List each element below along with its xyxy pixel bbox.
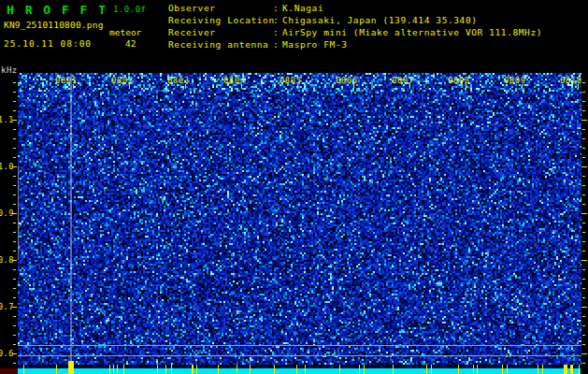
detection-mark <box>117 365 118 374</box>
freq-minor-tick-left <box>13 185 16 186</box>
detection-mark <box>237 365 237 374</box>
detection-mark <box>477 365 478 374</box>
freq-minor-tick-right <box>582 148 585 149</box>
corner-block <box>0 368 18 374</box>
freq-major-tick-left <box>12 120 17 121</box>
info-row-location: Receiving Location:Chigasaki, Japan (139… <box>168 15 478 25</box>
freq-minor-tick-left <box>13 279 16 280</box>
freq-major-tick-left <box>12 213 17 214</box>
detection-mark <box>56 365 57 374</box>
freq-major-tick-left <box>12 307 17 308</box>
info-row-antenna: Receiving antenna:Maspro FM-3 <box>168 39 348 50</box>
detection-mark <box>359 365 360 374</box>
detection-mark <box>274 365 275 374</box>
detection-timeline-bar <box>18 368 581 374</box>
freq-minor-tick-left <box>13 269 16 270</box>
time-tick-0807 <box>409 84 410 89</box>
time-label-0808: 0808 <box>444 76 474 85</box>
detection-mark <box>431 365 432 374</box>
freq-minor-tick-right <box>582 251 585 252</box>
freq-label-0.9: 0.9 <box>0 209 12 218</box>
output-filename: KN9_2510110800.png <box>4 20 104 30</box>
long-echo-streak <box>70 74 72 368</box>
freq-minor-tick-left <box>13 204 16 205</box>
time-label-0809: 0809 <box>500 76 530 85</box>
freq-major-tick-left <box>12 353 17 354</box>
freq-minor-tick-right <box>582 335 585 336</box>
detection-mark <box>250 365 251 374</box>
detection-mark <box>542 365 543 374</box>
time-tick-0805 <box>297 84 298 89</box>
freq-minor-tick-left <box>13 297 16 298</box>
detection-mark <box>123 365 124 374</box>
freq-minor-tick-right <box>582 241 585 242</box>
detection-mark <box>570 365 573 374</box>
info-row-receiver: Receiver:AirSpy mini (Miake alternative … <box>168 27 542 37</box>
band-marker-line <box>18 345 581 346</box>
freq-minor-tick-left <box>13 363 16 364</box>
freq-minor-tick-left <box>13 138 16 139</box>
detection-mark <box>426 365 427 374</box>
detection-mark <box>579 365 580 374</box>
freq-minor-tick-right <box>582 157 585 158</box>
info-label: Receiving antenna <box>168 39 273 50</box>
freq-minor-tick-right <box>582 288 585 289</box>
time-tick-0802 <box>129 84 130 89</box>
freq-minor-tick-left <box>13 325 16 326</box>
detection-mark <box>109 365 110 374</box>
freq-minor-tick-right <box>582 101 585 102</box>
detection-mark <box>196 365 197 374</box>
freq-minor-tick-left <box>13 129 16 130</box>
info-separator: : <box>273 27 282 37</box>
freq-minor-tick-right <box>582 325 585 326</box>
info-value: Maspro FM-3 <box>282 39 348 50</box>
freq-minor-tick-right <box>582 110 585 111</box>
time-label-0805: 0805 <box>276 76 306 85</box>
detection-mark <box>23 365 24 374</box>
time-label-0806: 0806 <box>332 76 362 85</box>
freq-minor-tick-left <box>13 232 16 233</box>
freq-minor-tick-right <box>582 279 585 280</box>
left-edge-signal-line <box>18 166 19 260</box>
freq-minor-tick-left <box>13 344 16 345</box>
time-tick-0804 <box>241 84 242 89</box>
time-label-0802: 0802 <box>108 76 137 85</box>
freq-label-0.8: 0.8 <box>0 255 12 265</box>
detection-mark <box>339 365 340 374</box>
freq-label-1.0: 1.0 <box>0 162 12 171</box>
freq-label-0.7: 0.7 <box>0 302 12 311</box>
app-version: 1.0.0f <box>113 5 147 14</box>
freq-minor-tick-left <box>13 148 16 149</box>
app-title: H R O F F T <box>7 3 108 17</box>
meteor-count-value: 42 <box>125 38 136 49</box>
freq-label-1.1: 1.1 <box>0 115 12 124</box>
time-label-0801: 0801 <box>51 76 81 85</box>
freq-minor-tick-left <box>13 194 16 195</box>
freq-minor-tick-right <box>582 316 585 317</box>
detection-mark <box>113 365 114 374</box>
hrofft-screen: H R O F F T 1.0.0f KN9_2510110800.png me… <box>0 0 588 374</box>
freq-minor-tick-left <box>13 110 16 111</box>
freq-minor-tick-right <box>582 297 585 298</box>
detection-mark <box>165 365 166 374</box>
freq-minor-tick-left <box>13 335 16 336</box>
freq-minor-tick-left <box>13 92 16 93</box>
detection-mark <box>192 365 194 374</box>
time-tick-0803 <box>185 84 186 89</box>
time-tick-0806 <box>353 84 354 89</box>
time-tick-0810 <box>578 84 579 89</box>
freq-axis-unit-label: kHz <box>1 65 18 75</box>
freq-minor-tick-right <box>582 92 585 93</box>
freq-minor-tick-right <box>582 138 585 139</box>
freq-major-tick-right <box>581 166 587 167</box>
freq-major-tick-right <box>581 260 587 261</box>
band-marker-line <box>18 355 581 356</box>
info-separator: : <box>273 15 282 25</box>
time-tick-0808 <box>466 84 466 89</box>
freq-minor-tick-right <box>582 176 585 177</box>
info-label: Receiver <box>168 27 273 37</box>
freq-major-tick-right <box>581 307 587 308</box>
time-label-0804: 0804 <box>220 76 250 85</box>
freq-minor-tick-right <box>582 185 585 186</box>
info-label: Receiving Location <box>168 15 273 25</box>
